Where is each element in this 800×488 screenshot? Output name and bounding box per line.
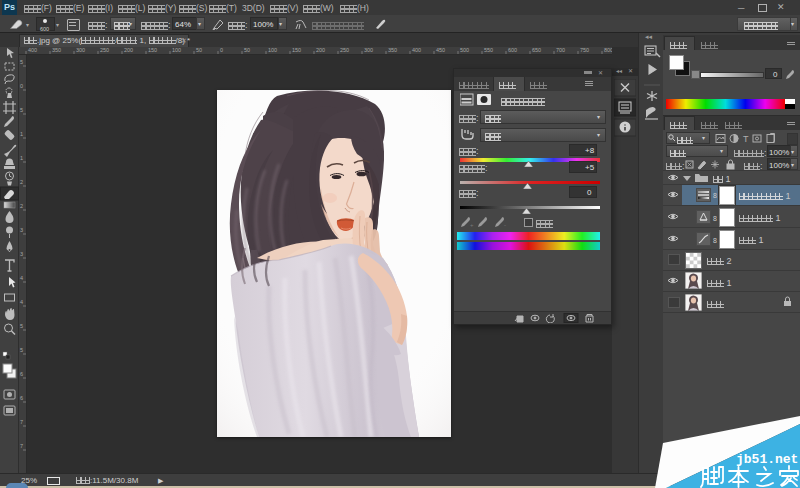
svg-text:450: 450 (436, 47, 445, 53)
svg-text:200: 200 (124, 47, 133, 53)
svg-text:7: 7 (20, 419, 23, 425)
svg-text:+: + (470, 222, 474, 228)
svg-text:6: 6 (20, 371, 23, 377)
svg-text:2: 2 (20, 179, 23, 185)
svg-text:500: 500 (460, 47, 469, 53)
svg-text:4: 4 (20, 275, 23, 281)
svg-text:5: 5 (20, 59, 23, 65)
svg-text:250: 250 (100, 47, 109, 53)
svg-text:300: 300 (76, 47, 85, 53)
svg-text:150: 150 (292, 47, 301, 53)
svg-text:2: 2 (20, 203, 23, 209)
svg-text:250: 250 (340, 47, 349, 53)
svg-text:50: 50 (244, 47, 250, 53)
svg-text:400: 400 (28, 47, 37, 53)
svg-text:5: 5 (20, 107, 23, 113)
svg-text:750: 750 (580, 47, 589, 53)
svg-text:200: 200 (316, 47, 325, 53)
svg-text:150: 150 (148, 47, 157, 53)
svg-text:100: 100 (268, 47, 277, 53)
svg-text:1: 1 (20, 155, 23, 161)
svg-text:3: 3 (20, 251, 23, 257)
svg-text:0: 0 (20, 83, 23, 89)
svg-text:350: 350 (52, 47, 61, 53)
svg-text:700: 700 (556, 47, 565, 53)
svg-text:-: - (504, 222, 506, 228)
svg-text:600: 600 (508, 47, 517, 53)
svg-text:5: 5 (20, 323, 23, 329)
svg-text:350: 350 (388, 47, 397, 53)
svg-text:300: 300 (364, 47, 373, 53)
svg-text:650: 650 (532, 47, 541, 53)
svg-text:50: 50 (196, 47, 202, 53)
svg-text:3: 3 (20, 227, 23, 233)
svg-text:7: 7 (20, 443, 23, 449)
svg-text:550: 550 (484, 47, 493, 53)
svg-text:1: 1 (20, 131, 23, 137)
svg-text:0: 0 (220, 47, 223, 53)
svg-text:jb51.net: jb51.net (736, 452, 798, 467)
svg-text:100: 100 (172, 47, 181, 53)
svg-text:5: 5 (20, 347, 23, 353)
svg-text:T: T (743, 134, 749, 144)
svg-text:4: 4 (20, 299, 23, 305)
svg-text:800: 800 (604, 47, 612, 53)
svg-text:400: 400 (412, 47, 421, 53)
svg-text:6: 6 (20, 395, 23, 401)
